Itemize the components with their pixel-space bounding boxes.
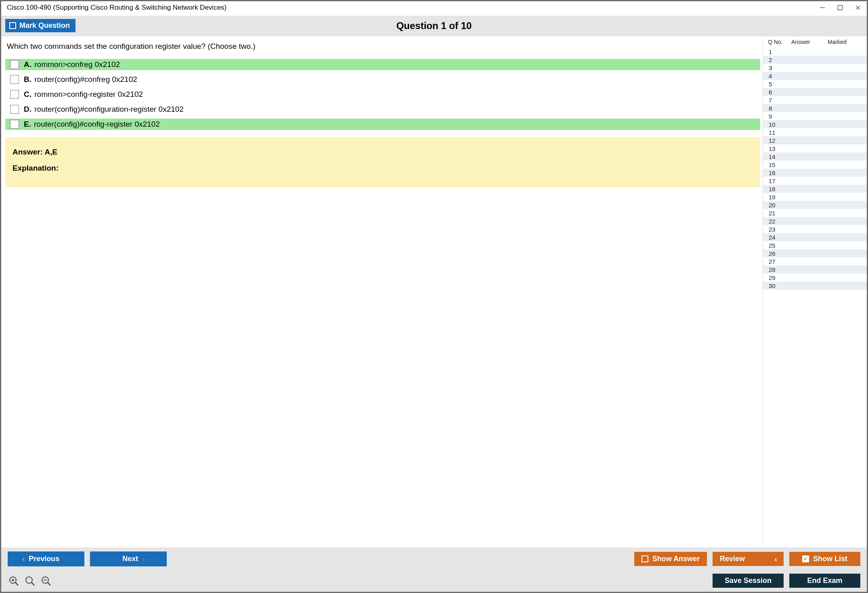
question-list-row[interactable]: 26: [763, 249, 867, 257]
option-checkbox[interactable]: [10, 60, 19, 69]
option-text: D. router(config)#configuration-register…: [24, 105, 184, 114]
zoom-reset-icon[interactable]: [25, 576, 35, 586]
question-list-row[interactable]: 12: [763, 136, 867, 144]
titlebar: Cisco 100-490 (Supporting Cisco Routing …: [1, 1, 867, 16]
question-list-row[interactable]: 11: [763, 128, 867, 136]
zoom-controls: [8, 576, 51, 586]
question-list-row[interactable]: 21: [763, 209, 867, 217]
end-exam-button[interactable]: End Exam: [789, 574, 860, 588]
save-session-button[interactable]: Save Session: [713, 574, 784, 588]
svg-point-8: [26, 577, 32, 583]
bottom-row-1: ‹ Previous Next › Show Answer Review ▲ ✓…: [8, 551, 860, 566]
chevron-up-icon: ▲: [774, 557, 778, 562]
maximize-icon[interactable]: [836, 4, 844, 12]
option-body: router(config)#configuration-register 0x…: [32, 105, 184, 113]
bottom-row-2: Save Session End Exam: [8, 574, 860, 588]
question-list-body[interactable]: 1234567891011121314151617181920212223242…: [763, 48, 867, 547]
svg-line-11: [48, 583, 50, 585]
question-list-row[interactable]: 7: [763, 96, 867, 104]
question-list-row[interactable]: 6: [763, 88, 867, 96]
bottom-bar: ‹ Previous Next › Show Answer Review ▲ ✓…: [1, 547, 867, 592]
mark-question-label: Mark Question: [19, 21, 70, 30]
option-text: A. rommon>confreg 0x2102: [24, 60, 120, 69]
question-list-row[interactable]: 10: [763, 120, 867, 128]
col-qno: Q No.: [768, 39, 791, 45]
chevron-left-icon: ‹: [22, 554, 25, 564]
question-list-row[interactable]: 17: [763, 177, 867, 185]
end-exam-label: End Exam: [807, 576, 842, 585]
svg-line-5: [15, 583, 18, 585]
option-letter: A.: [24, 60, 31, 69]
question-list-row[interactable]: 23: [763, 225, 867, 233]
option-row[interactable]: B. router(config)#confreg 0x2102: [5, 74, 760, 85]
minimize-icon[interactable]: [818, 4, 826, 12]
app-window: Cisco 100-490 (Supporting Cisco Routing …: [0, 0, 868, 593]
option-body: rommon>config-register 0x2102: [32, 90, 143, 98]
question-column: Which two commands set the configuration…: [1, 36, 763, 547]
options-list: A. rommon>confreg 0x2102B. router(config…: [5, 59, 760, 130]
option-row[interactable]: A. rommon>confreg 0x2102: [5, 59, 760, 70]
show-answer-checkbox[interactable]: [642, 555, 648, 562]
question-list-row[interactable]: 18: [763, 185, 867, 193]
option-checkbox[interactable]: [10, 90, 19, 99]
question-list-row[interactable]: 13: [763, 144, 867, 152]
question-list-row[interactable]: 5: [763, 80, 867, 88]
option-checkbox[interactable]: [10, 105, 19, 114]
question-list-row[interactable]: 29: [763, 274, 867, 282]
question-list-row[interactable]: 24: [763, 233, 867, 241]
question-list-row[interactable]: 9: [763, 112, 867, 120]
question-list-row[interactable]: 22: [763, 217, 867, 225]
show-answer-label: Show Answer: [652, 555, 700, 563]
answer-panel: Answer: A,E Explanation:: [5, 137, 760, 187]
question-list-row[interactable]: 15: [763, 161, 867, 169]
option-body: rommon>confreg 0x2102: [32, 60, 120, 69]
previous-button[interactable]: ‹ Previous: [8, 551, 84, 566]
question-list-row[interactable]: 2: [763, 56, 867, 64]
question-list-row[interactable]: 1: [763, 48, 867, 56]
show-list-label: Show List: [813, 555, 847, 563]
question-list-row[interactable]: 14: [763, 152, 867, 161]
question-list-row[interactable]: 20: [763, 201, 867, 209]
question-list-row[interactable]: 4: [763, 72, 867, 80]
option-letter: E.: [24, 120, 31, 128]
review-button[interactable]: Review ▲: [713, 552, 784, 566]
question-header: Mark Question Question 1 of 10: [1, 16, 867, 36]
option-letter: D.: [24, 105, 31, 113]
col-marked: Marked: [828, 39, 864, 45]
mark-question-button[interactable]: Mark Question: [5, 19, 75, 32]
option-text: C. rommon>config-register 0x2102: [24, 90, 143, 99]
question-counter: Question 1 of 10: [1, 20, 867, 31]
chevron-right-icon: ›: [142, 554, 145, 564]
question-list-header: Q No. Answer Marked: [763, 36, 867, 48]
previous-label: Previous: [29, 555, 59, 563]
mark-question-checkbox[interactable]: [9, 22, 16, 29]
show-answer-button[interactable]: Show Answer: [634, 552, 707, 566]
option-letter: B.: [24, 75, 31, 84]
question-list-row[interactable]: 27: [763, 257, 867, 265]
option-body: router(config)#confreg 0x2102: [32, 75, 137, 84]
question-list-row[interactable]: 28: [763, 265, 867, 274]
zoom-in-icon[interactable]: [8, 576, 19, 586]
next-button[interactable]: Next ›: [90, 551, 167, 566]
question-list-row[interactable]: 16: [763, 169, 867, 177]
close-icon[interactable]: [854, 4, 862, 12]
option-checkbox[interactable]: [10, 75, 19, 84]
main-area: Which two commands set the configuration…: [1, 36, 867, 547]
option-text: E. router(config)#config-register 0x2102: [24, 120, 160, 129]
zoom-out-icon[interactable]: [41, 576, 51, 586]
question-list-row[interactable]: 30: [763, 282, 867, 290]
col-answer: Answer: [791, 39, 828, 45]
question-list-row[interactable]: 3: [763, 64, 867, 72]
option-body: router(config)#config-register 0x2102: [32, 120, 160, 128]
show-list-button[interactable]: ✓ Show List: [789, 552, 860, 566]
question-list-row[interactable]: 25: [763, 241, 867, 249]
explanation-label: Explanation:: [13, 164, 753, 173]
option-row[interactable]: D. router(config)#configuration-register…: [5, 104, 760, 115]
question-list-row[interactable]: 19: [763, 193, 867, 201]
show-list-checkbox[interactable]: ✓: [802, 555, 809, 562]
option-row[interactable]: E. router(config)#config-register 0x2102: [5, 119, 760, 130]
review-label: Review: [720, 555, 745, 563]
option-checkbox[interactable]: [10, 120, 19, 129]
option-row[interactable]: C. rommon>config-register 0x2102: [5, 89, 760, 100]
question-list-row[interactable]: 8: [763, 104, 867, 112]
